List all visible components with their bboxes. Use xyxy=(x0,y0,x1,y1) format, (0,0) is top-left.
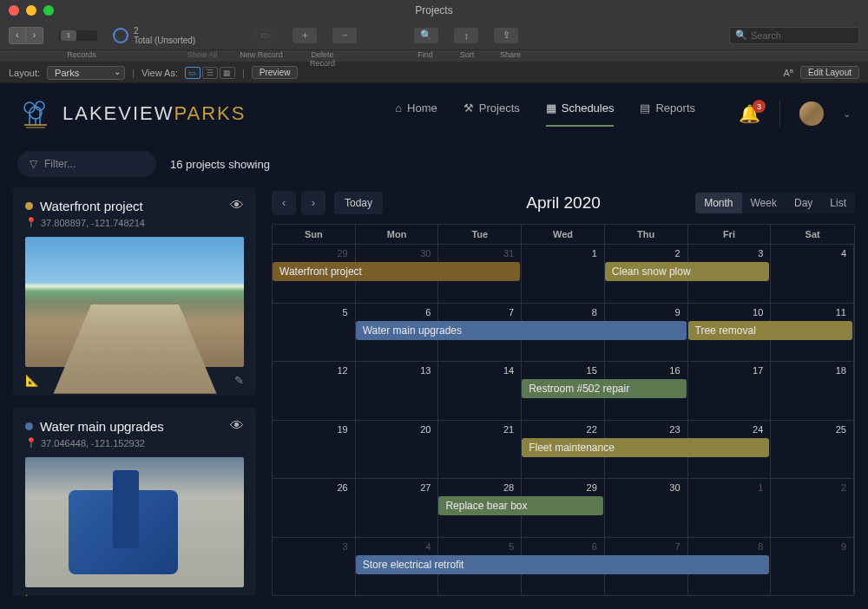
event-tree[interactable]: Tree removal xyxy=(688,321,852,340)
calendar-view-switch: Month Week Day List xyxy=(695,193,855,213)
card-image xyxy=(25,237,244,367)
search-icon: 🔍 xyxy=(735,29,747,41)
event-snow[interactable]: Clean snow plow xyxy=(605,262,769,281)
layout-label: Layout: xyxy=(9,68,40,78)
event-waterfront[interactable]: Waterfront project xyxy=(273,262,520,281)
header-right: 🔔 3 ⌄ xyxy=(739,101,851,127)
filter-input[interactable]: ▽ Filter... xyxy=(17,151,156,177)
view-list-button[interactable]: List xyxy=(821,193,855,213)
card-title: Water main upgrades xyxy=(40,419,164,434)
project-sidebar: Waterfront project 👁 📍 37.808897, -121.7… xyxy=(13,187,256,596)
day-cell[interactable]: 25 xyxy=(771,421,854,479)
nav-back-button[interactable]: ‹ xyxy=(9,27,26,44)
tab-schedules[interactable]: ▦Schedules xyxy=(546,102,615,127)
day-cell[interactable]: 19 xyxy=(273,421,356,479)
minimize-window-button[interactable] xyxy=(26,5,36,16)
day-cell[interactable]: 27 xyxy=(356,479,439,537)
edit-icon[interactable]: ✎ xyxy=(234,374,244,387)
blueprint-icon[interactable]: 📐 xyxy=(25,594,39,596)
app-header: LAKEVIEWPARKS ⌂Home ⚒Projects ▦Schedules… xyxy=(0,83,868,144)
reports-icon: ▤ xyxy=(640,102,650,115)
day-cell[interactable]: 14 xyxy=(438,362,522,420)
view-list-button[interactable]: ☰ xyxy=(202,67,218,79)
view-month-button[interactable]: Month xyxy=(695,193,741,213)
project-card-watermain[interactable]: Water main upgrades 👁 📍 37.046448, -121.… xyxy=(13,408,256,596)
today-button[interactable]: Today xyxy=(334,192,383,214)
day-cell[interactable]: 17 xyxy=(688,362,772,420)
day-cell[interactable]: 1 xyxy=(522,245,605,303)
dow: Sun xyxy=(273,225,356,244)
day-cell[interactable]: 2 xyxy=(771,479,854,537)
prev-month-button[interactable]: ‹ xyxy=(272,191,296,215)
day-cell[interactable]: 4 xyxy=(771,245,854,303)
day-cell[interactable]: 5 xyxy=(273,304,356,362)
pin-icon: 📍 xyxy=(25,217,37,228)
dow: Wed xyxy=(522,225,605,244)
project-card-waterfront[interactable]: Waterfront project 👁 📍 37.808897, -121.7… xyxy=(13,187,256,396)
week: 12 13 14 15 16 17 18 Restroom #502 repai… xyxy=(273,361,854,420)
dow: Sat xyxy=(771,225,854,244)
notifications-button[interactable]: 🔔 3 xyxy=(739,103,760,124)
record-slider-thumb[interactable]: 1 xyxy=(61,30,76,41)
calendar-grid: Sun Mon Tue Wed Thu Fri Sat 29 30 31 1 2… xyxy=(272,224,855,596)
delete-record-button[interactable]: － xyxy=(332,28,357,43)
day-cell[interactable]: 12 xyxy=(273,362,356,420)
event-watermain[interactable]: Water main upgrades xyxy=(356,321,687,340)
week: 5 6 7 8 9 10 11 Water main upgrades Tree… xyxy=(273,303,854,362)
font-size-button[interactable]: Aª xyxy=(784,68,793,78)
view-table-button[interactable]: ▦ xyxy=(220,67,235,79)
view-buttons: ▭ ☰ ▦ xyxy=(185,67,235,79)
pie-icon xyxy=(113,28,128,43)
view-form-button[interactable]: ▭ xyxy=(185,67,201,79)
day-cell[interactable]: 26 xyxy=(273,479,356,537)
new-record-button[interactable]: ＋ xyxy=(293,28,317,43)
close-window-button[interactable] xyxy=(9,5,19,16)
preview-button[interactable]: Preview xyxy=(252,66,299,79)
view-week-button[interactable]: Week xyxy=(742,193,786,213)
traffic-lights xyxy=(9,5,54,16)
maximize-window-button[interactable] xyxy=(43,5,54,16)
tab-home[interactable]: ⌂Home xyxy=(395,102,437,127)
home-icon: ⌂ xyxy=(395,102,402,115)
day-cell[interactable]: 3 xyxy=(273,538,356,596)
projects-showing: 16 projects showing xyxy=(170,158,270,171)
search-input[interactable]: 🔍 Search xyxy=(729,27,859,44)
event-electrical[interactable]: Store electrical retrofit xyxy=(356,555,770,574)
day-cell[interactable]: 13 xyxy=(356,362,439,420)
show-all-button[interactable]: ▭ xyxy=(253,28,277,43)
next-month-button[interactable]: › xyxy=(301,191,326,215)
week: 19 20 21 22 23 24 25 Fleet maintenance xyxy=(273,420,854,479)
nav-arrows: ‹ › xyxy=(9,27,43,44)
find-button[interactable]: 🔍 xyxy=(414,28,438,43)
day-cell[interactable]: 30 xyxy=(605,479,688,537)
blueprint-icon[interactable]: 📐 xyxy=(25,374,39,387)
day-cell[interactable]: 9 xyxy=(771,538,854,596)
view-day-button[interactable]: Day xyxy=(786,193,821,213)
logo: LAKEVIEWPARKS xyxy=(17,95,246,132)
main-content: Waterfront project 👁 📍 37.808897, -121.7… xyxy=(0,187,868,609)
event-bear[interactable]: Replace bear box xyxy=(438,496,602,515)
sort-button[interactable]: ↕ xyxy=(454,28,478,43)
avatar[interactable] xyxy=(799,102,824,126)
visibility-icon[interactable]: 👁 xyxy=(230,418,244,434)
record-slider[interactable]: 1 xyxy=(59,30,97,41)
day-cell[interactable]: 18 xyxy=(771,362,854,420)
tab-projects[interactable]: ⚒Projects xyxy=(464,102,520,127)
layout-select[interactable]: Parks xyxy=(47,66,125,80)
user-menu-chevron[interactable]: ⌄ xyxy=(843,108,851,120)
edit-icon[interactable]: ✎ xyxy=(234,594,244,596)
calendar-title: April 2020 xyxy=(526,193,601,213)
nav-forward-button[interactable]: › xyxy=(26,27,43,44)
card-coords: 📍 37.808897, -121.748214 xyxy=(25,217,244,228)
tab-reports[interactable]: ▤Reports xyxy=(640,102,695,127)
day-cell[interactable]: 1 xyxy=(688,479,772,537)
event-fleet[interactable]: Fleet maintenance xyxy=(522,438,769,457)
day-cell[interactable]: 20 xyxy=(356,421,439,479)
share-button[interactable]: ⇪ xyxy=(494,28,518,43)
day-cell[interactable]: 21 xyxy=(438,421,522,479)
dow: Tue xyxy=(438,225,522,244)
event-restroom[interactable]: Restroom #502 repair xyxy=(522,379,686,398)
window-titlebar: Projects xyxy=(0,0,868,21)
visibility-icon[interactable]: 👁 xyxy=(230,198,244,213)
edit-layout-button[interactable]: Edit Layout xyxy=(800,66,859,79)
